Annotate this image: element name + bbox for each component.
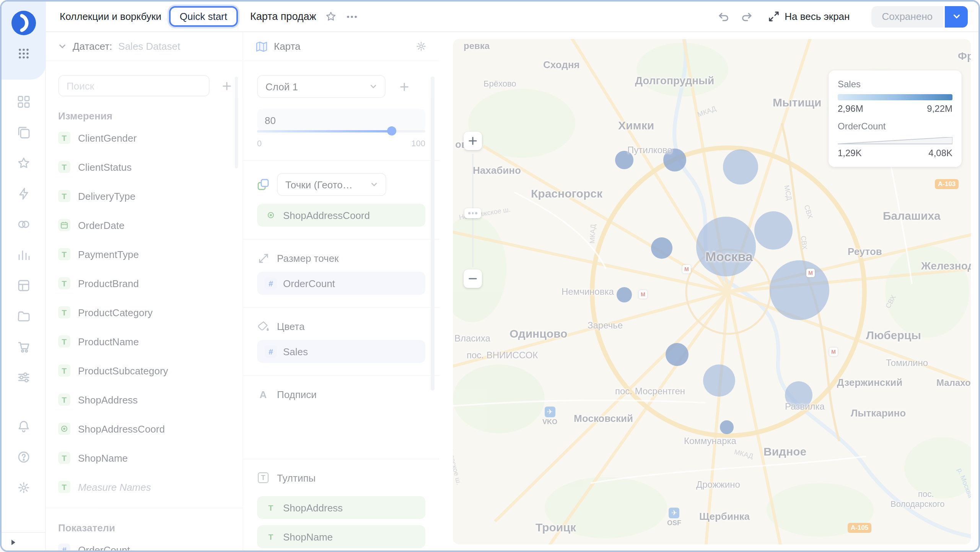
config-panel-body: Слой 1 80 <box>243 61 439 548</box>
point-size-section: Размер точек <box>257 252 425 264</box>
dataset-field[interactable]: TDeliveryType <box>58 181 230 211</box>
search-input[interactable] <box>58 75 210 96</box>
zoom-slider-handle[interactable] <box>464 208 481 218</box>
opacity-slider[interactable] <box>257 126 425 136</box>
map-place-label: пос. <box>918 489 934 498</box>
redo-icon[interactable] <box>740 10 752 23</box>
dataset-field[interactable]: #OrderCount <box>58 535 230 552</box>
point-size-field-chip[interactable]: # OrderCount <box>257 272 425 295</box>
dataset-field[interactable]: TProductName <box>58 327 230 356</box>
map-canvas[interactable]: ревкаСходняБрёховоДолгопрудныйФряМытищиХ… <box>453 39 971 544</box>
services-grid-icon[interactable] <box>17 47 29 63</box>
add-field-button[interactable] <box>217 77 236 95</box>
dataset-name[interactable]: Sales Dataset <box>118 41 180 52</box>
dataset-field[interactable]: OrderDate <box>58 211 230 240</box>
tables-icon[interactable] <box>16 279 30 292</box>
dataset-field[interactable]: TShopName <box>58 443 230 472</box>
chart-config-panel: Карта Слой 1 80 <box>243 32 439 550</box>
map-bubble[interactable] <box>703 364 735 397</box>
slider-thumb[interactable] <box>387 126 396 136</box>
charts-icon[interactable] <box>16 248 30 262</box>
metro-station-icon: М <box>639 290 647 299</box>
datalens-logo-icon[interactable] <box>11 10 37 36</box>
map-place-label: Долгопрудный <box>635 74 714 87</box>
connections-icon[interactable] <box>16 217 30 231</box>
undo-icon[interactable] <box>717 10 729 23</box>
text-field-icon: T <box>58 452 70 464</box>
map-bubble[interactable] <box>723 149 758 185</box>
help-icon[interactable] <box>16 450 30 464</box>
save-button[interactable]: Сохранено <box>871 6 943 27</box>
dataset-field[interactable]: TProductBrand <box>58 269 230 298</box>
map-place-label: Видное <box>763 445 806 458</box>
dashboards-icon[interactable] <box>16 95 30 109</box>
quick-start-button[interactable]: Quick start <box>169 6 238 27</box>
dataset-scrollbar[interactable] <box>235 77 238 168</box>
favorites-icon[interactable] <box>16 156 30 170</box>
text-field-icon: T <box>265 501 277 514</box>
map-chart-type-icon[interactable] <box>256 40 268 52</box>
tooltip-field-chip[interactable]: TShopAddress <box>257 496 425 519</box>
dataset-panel-body: Измерения TClientGenderTClientStatusTDel… <box>46 61 243 552</box>
map-place-label: Люберцы <box>866 328 921 341</box>
airport-code: OSF <box>667 519 681 527</box>
dataset-field[interactable]: TProductCategory <box>58 298 230 327</box>
geopoints-field-chip[interactable]: ShopAddressCoord <box>257 204 425 227</box>
layer-select[interactable]: Слой 1 <box>257 75 386 98</box>
map-bubble[interactable] <box>696 217 756 276</box>
add-layer-button[interactable] <box>395 77 413 96</box>
filters-icon[interactable] <box>16 371 30 384</box>
gear-icon[interactable] <box>16 481 30 495</box>
slider-min-label: 0 <box>257 139 262 148</box>
map-place-label: Дрожжино <box>696 479 740 490</box>
dataset-field[interactable]: TMeasure Names <box>58 472 230 501</box>
save-options-button[interactable] <box>945 6 968 27</box>
config-panel-header: Карта <box>243 32 439 61</box>
gear-icon[interactable] <box>415 40 427 52</box>
folder-icon[interactable] <box>16 309 30 323</box>
bell-icon[interactable] <box>16 420 30 433</box>
map-bubble[interactable] <box>770 260 829 320</box>
dataset-field[interactable]: TShopAddress <box>58 385 230 414</box>
lightning-icon[interactable] <box>16 187 30 201</box>
slider-fill <box>257 130 392 132</box>
tooltip-field-chip[interactable]: TShopName <box>257 525 425 548</box>
marketplace-icon[interactable] <box>16 340 30 354</box>
dataset-panel: Датасет: Sales Dataset Измерения TClient… <box>46 32 243 550</box>
config-scrollbar[interactable] <box>431 77 435 390</box>
left-nav-rail <box>2 2 46 550</box>
zoom-in-button[interactable] <box>464 132 482 150</box>
dataset-panel-header[interactable]: Датасет: Sales Dataset <box>46 32 243 61</box>
map-bubble[interactable] <box>754 211 793 250</box>
collapse-panel-icon[interactable] <box>10 535 17 549</box>
dataset-field[interactable]: TPaymentType <box>58 240 230 269</box>
dataset-field[interactable]: ShopAddressCoord <box>58 414 230 443</box>
fullscreen-control[interactable]: На весь экран <box>768 11 850 22</box>
favorite-star-icon[interactable] <box>326 11 337 22</box>
map-bubble[interactable] <box>666 343 689 366</box>
tooltip-t-icon: T <box>257 472 269 484</box>
breadcrumb[interactable]: Коллекции и воркбуки <box>60 11 161 22</box>
map-bubble[interactable] <box>720 420 734 434</box>
zoom-out-button[interactable] <box>464 269 482 288</box>
collections-icon[interactable] <box>16 126 30 139</box>
dataset-field[interactable]: TClientGender <box>58 123 230 152</box>
dataset-field[interactable]: TProductSubcategory <box>58 356 230 385</box>
legend-ordercount-min: 1,29K <box>838 148 862 158</box>
map-place-label: Красногорск <box>531 187 602 200</box>
map-place-label: Сходня <box>543 59 580 70</box>
dataset-field[interactable]: TClientStatus <box>58 152 230 181</box>
geolayer-type-select[interactable]: Точки (Геото… <box>277 173 386 196</box>
chip-label: Sales <box>283 346 308 357</box>
colors-field-chip[interactable]: # Sales <box>257 340 425 363</box>
map-place-label: Лыткарино <box>851 407 906 419</box>
airplane-icon: ✈ <box>545 407 555 417</box>
map-place-label: Путилково <box>627 145 672 155</box>
map-place-label: Железнодор <box>921 260 971 272</box>
more-menu-icon[interactable] <box>346 10 358 23</box>
map-bubble[interactable] <box>651 237 672 259</box>
map-place-label: Томилино <box>886 358 928 368</box>
content-area: Датасет: Sales Dataset Измерения TClient… <box>46 32 978 550</box>
map-bubble[interactable] <box>617 287 632 302</box>
number-field-icon: # <box>58 544 70 552</box>
